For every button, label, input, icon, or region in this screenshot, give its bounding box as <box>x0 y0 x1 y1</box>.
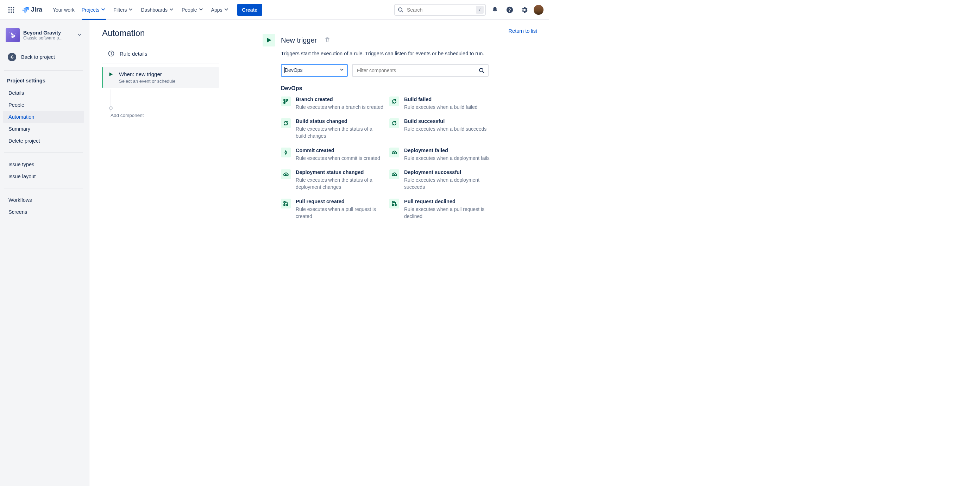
chevron-down-icon <box>224 7 229 13</box>
back-arrow-icon <box>8 53 16 61</box>
settings-icon[interactable] <box>519 4 530 16</box>
trigger-option-name: Branch created <box>296 97 384 102</box>
svg-point-18 <box>11 9 12 11</box>
user-avatar[interactable] <box>534 5 544 15</box>
trigger-option-desc: Rule executes when a branch is created <box>296 104 384 111</box>
trigger-icon <box>262 34 275 46</box>
sidebar-item-issue-layout[interactable]: Issue layout <box>3 170 84 182</box>
pr-icon <box>281 199 291 209</box>
step-title: When: new trigger <box>119 71 175 77</box>
filter-components-input[interactable] <box>356 67 479 73</box>
notifications-icon[interactable] <box>489 4 501 16</box>
chevron-down-icon <box>199 7 204 13</box>
search-icon <box>398 7 403 13</box>
trigger-option-name: Deployment successful <box>404 169 492 175</box>
trigger-option[interactable]: Build successfulRule executes when a bui… <box>389 118 492 140</box>
rule-details-row[interactable]: Rule details <box>102 46 219 61</box>
chevron-down-icon <box>101 7 106 13</box>
svg-text:?: ? <box>508 7 511 12</box>
trigger-option[interactable]: Deployment failedRule executes when a de… <box>389 148 492 162</box>
top-nav: Jira Your work Projects Filters Dashboar… <box>0 0 549 20</box>
trigger-option-desc: Rule executes when the status of a deplo… <box>296 177 384 191</box>
trigger-option-desc: Rule executes when a deployment succeeds <box>404 177 492 191</box>
main-content: Automation Rule details When: new trigge… <box>89 20 549 486</box>
delete-trigger-icon[interactable] <box>325 37 330 44</box>
trigger-option-desc: Rule executes when a build succeeds <box>404 125 492 132</box>
sidebar-item-automation[interactable]: Automation <box>3 111 84 123</box>
jira-logo[interactable]: Jira <box>18 6 45 14</box>
svg-point-17 <box>8 9 10 11</box>
trigger-option-desc: Rule executes when the status of a build… <box>296 125 384 140</box>
search-input[interactable] <box>394 4 486 16</box>
svg-point-27 <box>10 32 10 33</box>
page-title: Automation <box>102 28 261 38</box>
trigger-option[interactable]: Build failedRule executes when a build f… <box>389 97 492 111</box>
sidebar-item-workflows[interactable]: Workflows <box>3 194 84 206</box>
trigger-option[interactable]: Commit createdRule executes when commit … <box>281 148 384 162</box>
return-to-list-link[interactable]: Return to list <box>509 28 537 34</box>
nav-dashboards[interactable]: Dashboards <box>137 0 178 20</box>
trigger-option-desc: Rule executes when a build failed <box>404 104 492 111</box>
sidebar-item-screens[interactable]: Screens <box>3 206 84 218</box>
create-button[interactable]: Create <box>237 4 262 16</box>
svg-point-29 <box>14 38 15 38</box>
sidebar-item-details[interactable]: Details <box>3 87 84 99</box>
svg-point-28 <box>15 33 16 33</box>
back-to-project[interactable]: Back to project <box>2 49 86 65</box>
svg-point-21 <box>11 11 12 13</box>
search-field[interactable]: / <box>394 4 486 16</box>
nav-filters[interactable]: Filters <box>110 0 137 20</box>
sidebar-item-issue-types[interactable]: Issue types <box>3 158 84 170</box>
divider <box>4 188 83 188</box>
trigger-option-desc: Rule executes when commit is created <box>296 155 384 162</box>
cloud-icon <box>389 169 399 179</box>
project-name: Beyond Gravity <box>23 30 73 35</box>
svg-point-19 <box>13 9 14 11</box>
category-select[interactable]: DevOps <box>281 64 348 77</box>
nav-your-work[interactable]: Your work <box>49 0 78 20</box>
svg-point-32 <box>111 52 111 53</box>
trigger-option[interactable]: Deployment status changedRule executes w… <box>281 169 384 191</box>
info-icon <box>108 50 115 57</box>
sidebar-item-delete-project[interactable]: Delete project <box>3 135 84 147</box>
chevron-down-icon <box>169 7 175 13</box>
nav-people[interactable]: People <box>178 0 208 20</box>
divider <box>4 70 83 71</box>
trigger-option[interactable]: Pull request declinedRule executes when … <box>389 199 492 220</box>
sidebar-item-summary[interactable]: Summary <box>3 123 84 135</box>
svg-point-20 <box>8 11 10 13</box>
jira-logo-icon <box>21 6 30 14</box>
chevron-down-icon <box>128 7 134 13</box>
trigger-option[interactable]: Branch createdRule executes when a branc… <box>281 97 384 111</box>
project-avatar-icon <box>6 28 20 42</box>
nav-apps[interactable]: Apps <box>208 0 233 20</box>
app-switcher-icon[interactable] <box>6 4 17 16</box>
help-icon[interactable]: ? <box>504 4 515 16</box>
search-icon <box>479 68 484 73</box>
project-switcher[interactable]: Beyond Gravity Classic software p... <box>2 27 86 47</box>
nav-projects[interactable]: Projects <box>78 0 110 20</box>
svg-point-14 <box>8 7 10 8</box>
add-component-link[interactable]: Add component <box>111 112 219 118</box>
search-shortcut-badge: / <box>476 6 484 14</box>
cycle-icon <box>389 118 399 128</box>
rule-step-trigger[interactable]: When: new trigger Select an event or sch… <box>102 67 219 88</box>
trigger-option[interactable]: Deployment successfulRule executes when … <box>389 169 492 191</box>
trigger-option[interactable]: Pull request createdRule executes when a… <box>281 199 384 220</box>
trigger-option[interactable]: Build status changedRule executes when t… <box>281 118 384 140</box>
jira-logo-text: Jira <box>31 6 42 13</box>
trigger-option-desc: Rule executes when a deployment fails <box>404 155 492 162</box>
rule-timeline <box>111 89 219 112</box>
sidebar-item-people[interactable]: People <box>3 99 84 111</box>
filter-components-field[interactable] <box>352 64 488 77</box>
project-type: Classic software p... <box>23 35 73 40</box>
svg-point-16 <box>13 7 14 8</box>
play-icon <box>108 72 113 84</box>
trigger-option-name: Build successful <box>404 118 492 124</box>
category-select-value: DevOps <box>285 67 303 73</box>
trigger-option-name: Pull request created <box>296 199 384 204</box>
svg-point-22 <box>13 11 14 13</box>
divider <box>4 153 83 153</box>
divider <box>102 63 219 64</box>
trigger-grid: Branch createdRule executes when a branc… <box>281 97 492 220</box>
